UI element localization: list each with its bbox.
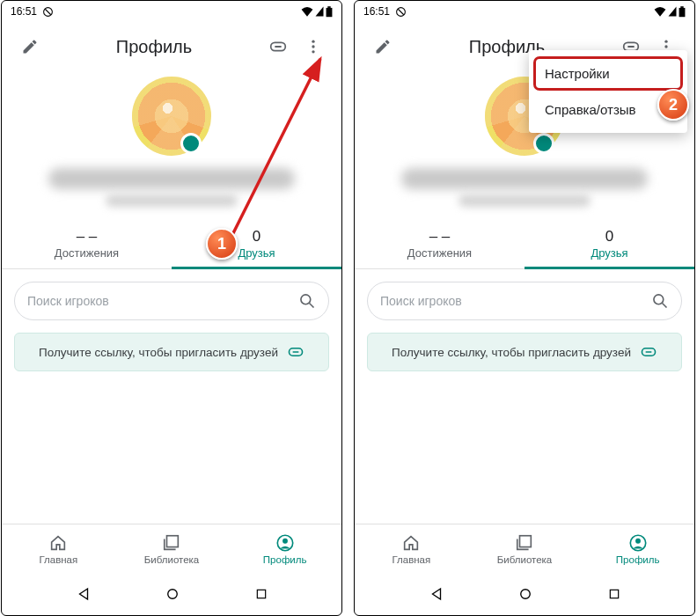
svg-line-1 [45,9,51,15]
svg-point-11 [282,538,288,543]
svg-rect-17 [679,7,686,16]
friends-label: Друзья [525,246,694,260]
svg-rect-18 [680,6,683,8]
avatar-wrap [2,77,341,156]
invite-card[interactable]: Получите ссылку, чтобы пригласить друзей [367,333,682,371]
invite-text: Получите ссылку, чтобы пригласить друзей [392,346,631,359]
search-icon [651,292,669,310]
tab-friends[interactable]: 0 Друзья [172,223,341,268]
svg-rect-24 [520,535,532,546]
svg-line-8 [310,304,314,308]
status-time: 16:51 [11,5,37,18]
profile-icon [628,533,648,553]
screenshot-right: 16:51 Профиль – – Достижения [354,0,695,616]
achievements-label: Достижения [2,246,172,260]
battery-icon [326,6,333,18]
page-title: Профиль [48,37,260,57]
library-icon [515,533,534,553]
wifi-icon [301,6,313,17]
link-icon [287,343,304,361]
svg-rect-3 [327,6,330,8]
presence-dot [180,133,202,154]
tabs: – – Достижения 0 Друзья [355,223,694,269]
bottom-nav: Главная Библиотека Профиль [2,524,341,573]
library-icon [162,533,181,553]
home-sys-icon[interactable] [517,586,533,602]
back-icon[interactable] [76,586,92,602]
nav-profile[interactable]: Профиль [228,524,341,573]
achievements-count: – – [2,228,172,246]
system-nav [355,573,694,615]
nav-library[interactable]: Библиотека [115,524,229,573]
search-placeholder: Поиск игроков [27,294,109,308]
link-icon [640,343,657,361]
wifi-icon [654,6,666,17]
invite-card[interactable]: Получите ссылку, чтобы пригласить друзей [14,333,329,371]
svg-line-16 [398,9,404,15]
svg-point-12 [168,590,178,599]
nav-home[interactable]: Главная [2,524,115,573]
recent-icon[interactable] [254,587,268,601]
nav-profile[interactable]: Профиль [581,524,694,573]
display-subtitle [459,194,591,207]
svg-point-4 [312,40,314,43]
bottom-nav: Главная Библиотека Профиль [355,524,694,573]
status-bar: 16:51 [2,1,341,22]
screenshot-left: 16:51 Профиль – – Достижения [1,0,342,616]
home-icon [401,533,421,553]
svg-point-27 [521,590,531,599]
search-icon [298,292,316,310]
svg-point-22 [654,295,664,304]
svg-rect-13 [257,590,265,598]
home-icon [48,533,68,553]
signal-icon [668,6,677,17]
profile-icon [275,533,295,553]
menu-settings[interactable]: Настройки [534,57,682,90]
svg-rect-28 [610,590,618,598]
svg-point-5 [312,45,314,48]
search-input[interactable]: Поиск игроков [367,282,682,320]
achievements-label: Достижения [355,246,525,260]
svg-point-26 [635,538,641,543]
display-subtitle [106,194,238,207]
friends-count: 0 [172,228,341,246]
signal-icon [315,6,324,17]
svg-point-19 [664,40,667,43]
friends-label: Друзья [172,246,341,260]
svg-rect-2 [326,7,333,16]
more-button[interactable] [296,29,331,64]
dnd-icon [42,6,54,18]
display-name [401,168,648,189]
svg-point-7 [301,295,311,304]
svg-rect-9 [167,535,179,546]
link-button[interactable] [260,29,296,64]
edit-button[interactable] [365,29,400,64]
search-placeholder: Поиск игроков [380,294,462,308]
app-bar: Профиль [2,22,341,71]
display-name [48,168,295,189]
search-input[interactable]: Поиск игроков [14,282,329,320]
invite-text: Получите ссылку, чтобы пригласить друзей [39,346,278,359]
status-time: 16:51 [363,5,390,18]
svg-line-23 [663,304,667,308]
callout-1: 1 [206,228,238,260]
battery-icon [679,6,686,18]
system-nav [2,573,341,615]
back-icon[interactable] [429,586,444,602]
friends-count: 0 [525,228,694,246]
nav-library[interactable]: Библиотека [468,524,582,573]
achievements-count: – – [355,228,525,246]
recent-icon[interactable] [607,587,621,601]
svg-point-20 [664,45,667,48]
presence-dot [533,133,554,154]
svg-point-6 [312,50,314,53]
dnd-icon [395,6,407,18]
home-sys-icon[interactable] [165,586,180,602]
tabs: – – Достижения 0 Друзья [2,223,341,269]
callout-2: 2 [657,89,689,121]
tab-friends[interactable]: 0 Друзья [525,223,694,268]
nav-home[interactable]: Главная [355,524,468,573]
edit-button[interactable] [12,29,48,64]
tab-achievements[interactable]: – – Достижения [355,223,525,268]
tab-achievements[interactable]: – – Достижения [2,223,172,268]
